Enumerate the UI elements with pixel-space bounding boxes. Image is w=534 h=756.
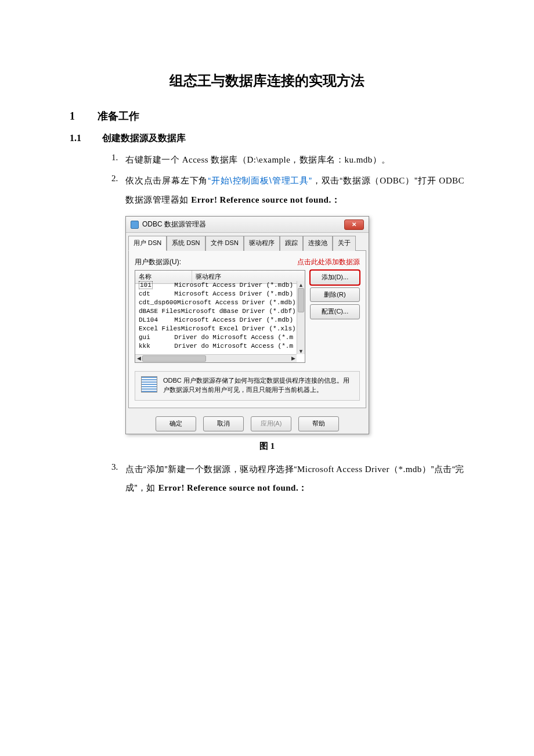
tab-system-dsn[interactable]: 系统 DSN <box>167 236 205 251</box>
list-item[interactable]: Excel FilesMicrosoft Excel Driver (*.xls… <box>135 325 297 333</box>
list-item[interactable]: kkkDriver do Microsoft Access (*.m <box>135 342 297 351</box>
list-item[interactable]: cdtMicrosoft Access Driver (*.mdb) <box>135 290 297 298</box>
text: Microsoft Access Driver <box>297 465 389 474</box>
text: Access <box>182 155 211 164</box>
step-3-number: 3. <box>111 460 125 498</box>
tab-tracing[interactable]: 跟踪 <box>280 236 303 251</box>
cell-driver: Microsoft Access Driver (*.mdb) <box>174 316 293 325</box>
step-2-body: 依次点击屏幕左下角“开始\控制面板\管理工具”，双击“数据源（ODBC）”打开 … <box>125 171 464 209</box>
document-title: 组态王与数据库连接的实现方法 <box>70 70 464 92</box>
configure-button[interactable]: 配置(C)... <box>310 304 360 319</box>
cell-name: gui <box>139 333 174 342</box>
text: ，数据库名： <box>290 154 344 164</box>
heading-1-text: 准备工作 <box>98 108 139 125</box>
text: *.mdb <box>398 465 421 474</box>
figure-1-caption: 图 1 <box>70 439 464 453</box>
list-item[interactable]: guiDriver do Microsoft Access (*.m <box>135 333 297 342</box>
cell-name: kkk <box>139 342 174 351</box>
annotation-add-here: 点击此处添加数据源 <box>297 257 360 268</box>
cell-driver: Microsoft Access Driver (*.mdb) <box>174 290 293 298</box>
heading-level-1: 1 准备工作 <box>70 108 464 125</box>
list-item[interactable]: cdt_dsp600Microsoft Access Driver (*.mdb… <box>135 298 297 307</box>
text: ODBC <box>380 176 405 185</box>
cell-name: cdt <box>139 290 174 298</box>
cell-driver: Microsoft Access Driver (*.mdb) <box>174 281 293 290</box>
step-3-body: 点击“添加”新建一个数据源，驱动程序选择“Microsoft Access Dr… <box>125 460 464 498</box>
text: ： <box>331 195 341 204</box>
dialog-titlebar: ODBC 数据源管理器 ✕ <box>126 217 369 233</box>
text: ODBC <box>439 176 464 185</box>
tab-about[interactable]: 关于 <box>333 236 356 251</box>
link-text: “开始\控制面板\管理工具” <box>208 175 312 185</box>
cell-name: DL104 <box>139 316 174 325</box>
text: 数据源管理器如 <box>125 195 191 204</box>
cell-driver: Driver do Microsoft Access (*.m <box>174 333 293 342</box>
tab-pooling[interactable]: 连接池 <box>303 236 333 251</box>
ok-button[interactable]: 确定 <box>156 416 196 431</box>
help-button[interactable]: 帮助 <box>298 416 339 431</box>
figure-1-dialog: ODBC 数据源管理器 ✕ 用户 DSN 系统 DSN 文件 DSN 驱动程序 … <box>125 216 464 434</box>
info-text: ODBC 用户数据源存储了如何与指定数据提供程序连接的信息。用户数据源只对当前用… <box>163 376 353 394</box>
cell-name: Excel Files <box>139 325 181 333</box>
step-1: 1. 右键新建一个 Access 数据库（D:\example，数据库名：ku.… <box>111 150 464 170</box>
cell-driver: Driver do Microsoft Access (*.m <box>174 342 293 351</box>
app-icon <box>131 221 139 229</box>
cell-driver: Microsoft Excel Driver (*.xls) <box>181 325 296 333</box>
cell-name: cdt_dsp600 <box>139 298 177 307</box>
list-item[interactable]: 101Microsoft Access Driver (*.mdb) <box>135 281 297 290</box>
text: （ <box>389 464 399 474</box>
horizontal-scrollbar[interactable]: ◀ ▶ <box>135 354 297 362</box>
info-panel: ODBC 用户数据源存储了如何与指定数据提供程序连接的信息。用户数据源只对当前用… <box>135 371 360 401</box>
close-button[interactable]: ✕ <box>344 219 364 230</box>
scroll-left-icon[interactable]: ◀ <box>135 355 142 362</box>
scroll-thumb[interactable] <box>142 355 206 362</box>
cell-driver: Microsoft dBase Driver (*.dbf) <box>181 307 296 316</box>
add-button[interactable]: 添加(D)... <box>310 270 360 285</box>
tab-drivers[interactable]: 驱动程序 <box>244 236 280 251</box>
cancel-button[interactable]: 取消 <box>203 416 244 431</box>
text: 依次点击屏幕左下角 <box>125 175 208 185</box>
info-icon <box>141 376 157 393</box>
heading-2-text: 创建数据源及数据库 <box>102 131 186 146</box>
tab-panel-user-dsn: 用户数据源(U): 点击此处添加数据源 名称 驱动程序 101Microsoft… <box>128 250 366 408</box>
vertical-scrollbar[interactable]: ▲ ▼ <box>297 281 305 354</box>
step-2: 2. 依次点击屏幕左下角“开始\控制面板\管理工具”，双击“数据源（ODBC）”… <box>111 171 464 209</box>
user-dsn-label: 用户数据源(U): <box>135 257 297 268</box>
remove-button[interactable]: 删除(R) <box>310 287 360 303</box>
cell-driver: Microsoft Access Driver (*.mdb) <box>177 298 296 307</box>
scroll-up-icon[interactable]: ▲ <box>297 281 305 288</box>
tab-user-dsn[interactable]: 用户 DSN <box>128 236 167 251</box>
step-1-body: 右键新建一个 Access 数据库（D:\example，数据库名：ku.mdb… <box>125 150 464 170</box>
text: ku.mdb <box>344 155 372 164</box>
text: 数据库（ <box>211 154 247 164</box>
dialog-title: ODBC 数据源管理器 <box>142 219 206 230</box>
tab-strip: 用户 DSN 系统 DSN 文件 DSN 驱动程序 跟踪 连接池 关于 <box>126 233 369 250</box>
heading-1-number: 1 <box>70 108 98 125</box>
heading-level-2: 1.1 创建数据源及数据库 <box>70 131 464 146</box>
text: 右键新建一个 <box>125 154 182 164</box>
text: ）”打开 <box>405 175 439 185</box>
text: 点击“添加”新建一个数据源，驱动程序选择“ <box>125 464 297 474</box>
button-column: 添加(D)... 删除(R) 配置(C)... <box>310 270 360 363</box>
dsn-listbox[interactable]: 名称 驱动程序 101Microsoft Access Driver (*.md… <box>135 270 305 363</box>
list-item[interactable]: DL104Microsoft Access Driver (*.mdb) <box>135 316 297 325</box>
text: ）。 <box>373 154 391 164</box>
step-2-number: 2. <box>111 171 125 209</box>
step-3: 3. 点击“添加”新建一个数据源，驱动程序选择“Microsoft Access… <box>111 460 464 498</box>
scroll-right-icon[interactable]: ▶ <box>290 355 297 362</box>
odbc-admin-dialog: ODBC 数据源管理器 ✕ 用户 DSN 系统 DSN 文件 DSN 驱动程序 … <box>125 216 369 434</box>
apply-button[interactable]: 应用(A) <box>251 416 291 431</box>
scroll-thumb[interactable] <box>298 288 304 312</box>
list-rows: 101Microsoft Access Driver (*.mdb) cdtMi… <box>135 281 297 354</box>
text: D:\example <box>247 155 290 164</box>
error-reference: Error! Reference source not found. <box>158 483 299 492</box>
list-item[interactable]: dBASE FilesMicrosoft dBase Driver (*.dbf… <box>135 307 297 316</box>
text: ： <box>298 483 308 492</box>
cell-name: dBASE Files <box>139 307 181 316</box>
tab-file-dsn[interactable]: 文件 DSN <box>205 236 244 251</box>
text: ，双击“数据源（ <box>312 175 380 185</box>
error-reference: Error! Reference source not found. <box>191 195 331 204</box>
cell-name: 101 <box>139 281 153 289</box>
step-1-number: 1. <box>111 150 125 170</box>
scroll-down-icon[interactable]: ▼ <box>297 347 305 354</box>
